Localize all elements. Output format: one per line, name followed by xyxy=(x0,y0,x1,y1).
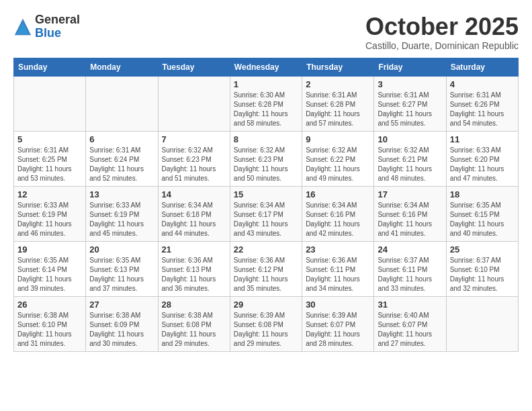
calendar-day-cell: 8Sunrise: 6:32 AM Sunset: 6:23 PM Daylig… xyxy=(230,131,302,186)
day-number: 9 xyxy=(306,134,370,144)
day-number: 15 xyxy=(234,189,298,199)
calendar-day-cell: 15Sunrise: 6:34 AM Sunset: 6:17 PM Dayli… xyxy=(230,186,302,241)
day-number: 11 xyxy=(450,134,515,144)
day-number: 14 xyxy=(162,189,226,199)
calendar-day-cell: 12Sunrise: 6:33 AM Sunset: 6:19 PM Dayli… xyxy=(14,186,86,241)
day-info: Sunrise: 6:35 AM Sunset: 6:15 PM Dayligh… xyxy=(450,201,515,238)
logo-blue-text: Blue xyxy=(35,26,61,40)
calendar-day-cell: 24Sunrise: 6:37 AM Sunset: 6:11 PM Dayli… xyxy=(374,241,446,296)
calendar-day-cell: 18Sunrise: 6:35 AM Sunset: 6:15 PM Dayli… xyxy=(446,186,518,241)
calendar-table: SundayMondayTuesdayWednesdayThursdayFrid… xyxy=(13,58,519,352)
day-number: 6 xyxy=(89,134,154,144)
calendar-day-cell xyxy=(86,76,158,131)
calendar-day-cell: 23Sunrise: 6:36 AM Sunset: 6:11 PM Dayli… xyxy=(302,241,374,296)
calendar-day-cell: 31Sunrise: 6:40 AM Sunset: 6:07 PM Dayli… xyxy=(374,296,446,351)
day-info: Sunrise: 6:31 AM Sunset: 6:26 PM Dayligh… xyxy=(450,91,515,128)
day-number: 29 xyxy=(234,300,298,310)
day-number: 1 xyxy=(234,79,298,89)
day-number: 28 xyxy=(162,300,226,310)
calendar-day-cell: 1Sunrise: 6:30 AM Sunset: 6:28 PM Daylig… xyxy=(230,76,302,131)
day-of-week-header: Monday xyxy=(86,58,158,76)
location-subtitle: Castillo, Duarte, Dominican Republic xyxy=(365,40,519,51)
day-info: Sunrise: 6:32 AM Sunset: 6:23 PM Dayligh… xyxy=(162,146,226,183)
day-info: Sunrise: 6:32 AM Sunset: 6:23 PM Dayligh… xyxy=(234,146,298,183)
day-info: Sunrise: 6:39 AM Sunset: 6:08 PM Dayligh… xyxy=(234,311,298,349)
day-info: Sunrise: 6:30 AM Sunset: 6:28 PM Dayligh… xyxy=(234,91,298,128)
day-of-week-header: Thursday xyxy=(302,58,374,76)
day-number: 22 xyxy=(234,244,298,255)
page-header: General Blue October 2025 Castillo, Duar… xyxy=(13,13,519,51)
title-block: October 2025 Castillo, Duarte, Dominican… xyxy=(365,13,519,51)
day-info: Sunrise: 6:34 AM Sunset: 6:17 PM Dayligh… xyxy=(234,201,298,238)
logo: General Blue xyxy=(13,13,80,40)
day-info: Sunrise: 6:38 AM Sunset: 6:10 PM Dayligh… xyxy=(17,311,82,349)
calendar-day-cell xyxy=(14,76,86,131)
day-number: 27 xyxy=(89,300,154,310)
calendar-day-cell xyxy=(158,76,230,131)
day-info: Sunrise: 6:37 AM Sunset: 6:10 PM Dayligh… xyxy=(450,256,515,293)
day-number: 19 xyxy=(17,244,82,255)
calendar-body: 1Sunrise: 6:30 AM Sunset: 6:28 PM Daylig… xyxy=(14,76,519,351)
day-of-week-header: Saturday xyxy=(446,58,518,76)
day-number: 7 xyxy=(162,134,226,144)
day-info: Sunrise: 6:37 AM Sunset: 6:11 PM Dayligh… xyxy=(378,256,442,293)
calendar-day-cell: 25Sunrise: 6:37 AM Sunset: 6:10 PM Dayli… xyxy=(446,241,518,296)
day-info: Sunrise: 6:31 AM Sunset: 6:25 PM Dayligh… xyxy=(17,146,82,183)
calendar-day-cell: 22Sunrise: 6:36 AM Sunset: 6:12 PM Dayli… xyxy=(230,241,302,296)
calendar-day-cell: 27Sunrise: 6:38 AM Sunset: 6:09 PM Dayli… xyxy=(86,296,158,351)
day-info: Sunrise: 6:34 AM Sunset: 6:18 PM Dayligh… xyxy=(162,201,226,238)
calendar-day-cell: 14Sunrise: 6:34 AM Sunset: 6:18 PM Dayli… xyxy=(158,186,230,241)
day-info: Sunrise: 6:40 AM Sunset: 6:07 PM Dayligh… xyxy=(378,311,442,349)
day-info: Sunrise: 6:31 AM Sunset: 6:24 PM Dayligh… xyxy=(89,146,154,183)
calendar-week-row: 1Sunrise: 6:30 AM Sunset: 6:28 PM Daylig… xyxy=(14,76,519,131)
day-number: 3 xyxy=(378,79,442,89)
day-info: Sunrise: 6:35 AM Sunset: 6:14 PM Dayligh… xyxy=(17,256,82,293)
calendar-day-cell: 21Sunrise: 6:36 AM Sunset: 6:13 PM Dayli… xyxy=(158,241,230,296)
calendar-day-cell: 6Sunrise: 6:31 AM Sunset: 6:24 PM Daylig… xyxy=(86,131,158,186)
calendar-day-cell: 2Sunrise: 6:31 AM Sunset: 6:28 PM Daylig… xyxy=(302,76,374,131)
day-number: 5 xyxy=(17,134,82,144)
day-info: Sunrise: 6:36 AM Sunset: 6:11 PM Dayligh… xyxy=(306,256,370,293)
day-number: 26 xyxy=(17,300,82,310)
day-number: 25 xyxy=(450,244,515,255)
day-number: 24 xyxy=(378,244,442,255)
day-number: 12 xyxy=(17,189,82,199)
day-number: 21 xyxy=(162,244,226,255)
calendar-day-cell: 20Sunrise: 6:35 AM Sunset: 6:13 PM Dayli… xyxy=(86,241,158,296)
calendar-day-cell: 13Sunrise: 6:33 AM Sunset: 6:19 PM Dayli… xyxy=(86,186,158,241)
calendar-week-row: 12Sunrise: 6:33 AM Sunset: 6:19 PM Dayli… xyxy=(14,186,519,241)
logo-icon xyxy=(13,17,32,36)
day-info: Sunrise: 6:32 AM Sunset: 6:22 PM Dayligh… xyxy=(306,146,370,183)
calendar-day-cell: 26Sunrise: 6:38 AM Sunset: 6:10 PM Dayli… xyxy=(14,296,86,351)
day-number: 4 xyxy=(450,79,515,89)
calendar-day-cell: 16Sunrise: 6:34 AM Sunset: 6:16 PM Dayli… xyxy=(302,186,374,241)
day-info: Sunrise: 6:33 AM Sunset: 6:19 PM Dayligh… xyxy=(17,201,82,238)
calendar-day-cell: 4Sunrise: 6:31 AM Sunset: 6:26 PM Daylig… xyxy=(446,76,518,131)
logo-text: General Blue xyxy=(35,13,80,40)
day-info: Sunrise: 6:38 AM Sunset: 6:08 PM Dayligh… xyxy=(162,311,226,349)
day-number: 2 xyxy=(306,79,370,89)
day-info: Sunrise: 6:38 AM Sunset: 6:09 PM Dayligh… xyxy=(89,311,154,349)
day-info: Sunrise: 6:34 AM Sunset: 6:16 PM Dayligh… xyxy=(306,201,370,238)
day-info: Sunrise: 6:31 AM Sunset: 6:27 PM Dayligh… xyxy=(378,91,442,128)
day-number: 16 xyxy=(306,189,370,199)
calendar-header-row: SundayMondayTuesdayWednesdayThursdayFrid… xyxy=(14,58,519,76)
day-of-week-header: Wednesday xyxy=(230,58,302,76)
day-number: 10 xyxy=(378,134,442,144)
day-info: Sunrise: 6:33 AM Sunset: 6:19 PM Dayligh… xyxy=(89,201,154,238)
calendar-day-cell xyxy=(446,296,518,351)
day-info: Sunrise: 6:32 AM Sunset: 6:21 PM Dayligh… xyxy=(378,146,442,183)
calendar-day-cell: 17Sunrise: 6:34 AM Sunset: 6:16 PM Dayli… xyxy=(374,186,446,241)
day-number: 20 xyxy=(89,244,154,255)
day-info: Sunrise: 6:33 AM Sunset: 6:20 PM Dayligh… xyxy=(450,146,515,183)
day-number: 30 xyxy=(306,300,370,310)
month-title: October 2025 xyxy=(365,13,519,40)
day-info: Sunrise: 6:35 AM Sunset: 6:13 PM Dayligh… xyxy=(89,256,154,293)
calendar-day-cell: 30Sunrise: 6:39 AM Sunset: 6:07 PM Dayli… xyxy=(302,296,374,351)
logo-general-text: General xyxy=(35,13,80,26)
day-number: 8 xyxy=(234,134,298,144)
day-number: 31 xyxy=(378,300,442,310)
calendar-day-cell: 28Sunrise: 6:38 AM Sunset: 6:08 PM Dayli… xyxy=(158,296,230,351)
calendar-week-row: 26Sunrise: 6:38 AM Sunset: 6:10 PM Dayli… xyxy=(14,296,519,351)
day-info: Sunrise: 6:31 AM Sunset: 6:28 PM Dayligh… xyxy=(306,91,370,128)
